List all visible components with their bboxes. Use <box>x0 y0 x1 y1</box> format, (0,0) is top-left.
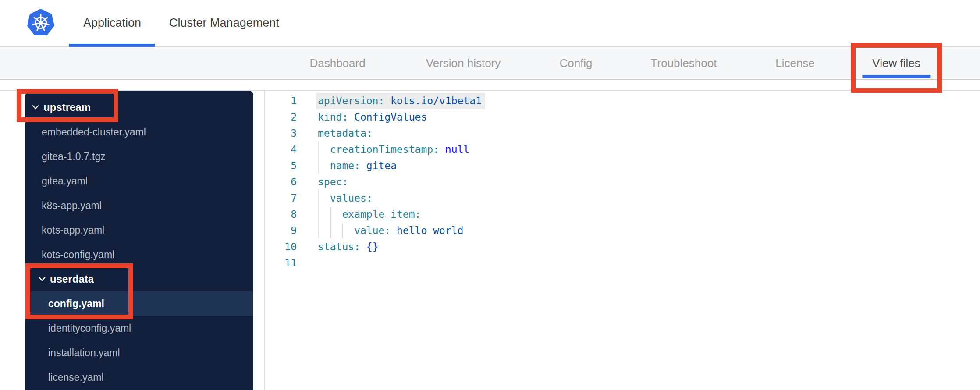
code-token: values: <box>330 192 373 204</box>
tree-item-label: installation.yaml <box>48 347 120 359</box>
tree-item-label: kots-app.yaml <box>42 224 104 236</box>
code-editor[interactable]: 1apiVersion: kots.io/v1beta12kind: Confi… <box>264 91 980 390</box>
tree-item-label: upstream <box>43 101 91 113</box>
line-number: 5 <box>265 158 297 174</box>
code-token: hello world <box>391 225 463 236</box>
file-tree: upstreamembedded-cluster.yamlgitea-1.0.7… <box>25 91 253 390</box>
chevron-down-icon <box>32 105 39 110</box>
indent-guide <box>318 142 319 158</box>
code-token: ConfigValues <box>348 111 427 123</box>
code-line-content: kind: ConfigValues <box>318 109 427 125</box>
line-number: 8 <box>265 206 297 223</box>
tree-item-kots-config-yaml[interactable]: kots-config.yaml <box>25 242 253 267</box>
code-line-content: spec: <box>318 174 348 190</box>
indent-guide <box>318 158 319 174</box>
code-token <box>318 192 330 204</box>
tree-item-identityconfig-yaml[interactable]: identityconfig.yaml <box>25 316 253 340</box>
tree-item-label: embedded-cluster.yaml <box>42 126 146 138</box>
code-token: metadata: <box>318 128 373 139</box>
indent-guide <box>330 206 331 223</box>
code-line: 3metadata: <box>265 125 980 142</box>
tree-item-label: license.yaml <box>48 372 104 383</box>
code-token: gitea <box>360 160 397 171</box>
code-line: 4 creationTimestamp: null <box>265 142 980 158</box>
tree-item-label: k8s-app.yaml <box>42 200 102 212</box>
code-line-content: status: {} <box>318 239 378 255</box>
line-number: 3 <box>265 125 297 142</box>
line-number: 9 <box>265 223 297 239</box>
tab-dashboard[interactable]: Dashboard <box>309 47 365 79</box>
code-token: value: <box>354 225 391 236</box>
tree-item-label: gitea-1.0.7.tgz <box>42 151 106 163</box>
code-token: example_item: <box>342 209 421 220</box>
tree-item-gitea-1-0-7-tgz[interactable]: gitea-1.0.7.tgz <box>25 144 253 169</box>
tree-item-kots-app-yaml[interactable]: kots-app.yaml <box>25 218 253 242</box>
code-line-content: name: gitea <box>318 158 397 174</box>
code-line: 2kind: ConfigValues <box>265 109 980 125</box>
code-token: apiVersion: <box>318 95 384 106</box>
indent-guide <box>318 190 319 206</box>
code-token: {} <box>360 241 379 252</box>
code-token <box>318 209 342 220</box>
line-number: 10 <box>265 239 297 255</box>
top-nav-tabs: ApplicationCluster Management <box>69 0 293 46</box>
code-token <box>318 225 354 236</box>
line-number: 1 <box>265 93 297 109</box>
tree-item-embedded-cluster-yaml[interactable]: embedded-cluster.yaml <box>25 120 253 144</box>
code-line: 11 <box>265 255 980 271</box>
indent-guide <box>318 206 319 223</box>
code-token <box>318 160 330 171</box>
tree-item-config-yaml[interactable]: config.yaml <box>25 291 253 316</box>
top-tab-cluster-management[interactable]: Cluster Management <box>155 0 293 46</box>
code-line-content: creationTimestamp: null <box>318 142 469 158</box>
code-token: creationTimestamp: <box>330 144 439 155</box>
tree-item-label: config.yaml <box>48 298 104 310</box>
tree-item-label: identityconfig.yaml <box>48 323 131 334</box>
tab-config[interactable]: Config <box>559 47 592 79</box>
code-line: 5 name: gitea <box>265 158 980 174</box>
indent-guide <box>330 223 331 239</box>
tab-view-files[interactable]: View files <box>872 47 920 79</box>
top-nav: ApplicationCluster Management <box>0 0 980 47</box>
line-number: 7 <box>265 190 297 206</box>
code-token: null <box>439 144 469 155</box>
code-line: 9 value: hello world <box>265 223 980 239</box>
top-tab-application[interactable]: Application <box>69 0 155 46</box>
code-token: name: <box>330 160 360 171</box>
kubernetes-logo-icon <box>26 8 55 37</box>
secondary-nav: DashboardVersion historyConfigTroublesho… <box>0 47 980 80</box>
code-token <box>318 144 330 155</box>
code-line-content: value: hello world <box>318 223 463 239</box>
code-line: 10status: {} <box>265 239 980 255</box>
code-line: 7 values: <box>265 190 980 206</box>
line-number: 6 <box>265 174 297 190</box>
tree-item-label: gitea.yaml <box>42 175 88 187</box>
tree-item-upstream[interactable]: upstream <box>25 95 253 120</box>
code-line-content: values: <box>318 190 373 206</box>
tree-item-gitea-yaml[interactable]: gitea.yaml <box>25 169 253 193</box>
tree-item-installation-yaml[interactable]: installation.yaml <box>25 340 253 365</box>
code-line-content: apiVersion: kots.io/v1beta1 <box>316 93 485 109</box>
chevron-down-icon <box>39 277 46 281</box>
code-line-content: example_item: <box>318 206 421 223</box>
line-number: 11 <box>265 255 297 271</box>
code-line: 1apiVersion: kots.io/v1beta1 <box>265 93 980 109</box>
tree-item-license-yaml[interactable]: license.yaml <box>25 365 253 390</box>
code-token: spec: <box>318 176 348 188</box>
tab-license[interactable]: License <box>775 47 815 79</box>
code-line-content: metadata: <box>318 125 373 142</box>
code-line: 8 example_item: <box>265 206 980 223</box>
code-token: kind: <box>318 111 348 123</box>
tree-item-label: kots-config.yaml <box>42 249 114 261</box>
line-number: 2 <box>265 109 297 125</box>
code-token: kots.io/v1beta1 <box>384 95 482 106</box>
tree-item-label: userdata <box>50 273 94 285</box>
tab-troubleshoot[interactable]: Troubleshoot <box>651 47 717 79</box>
tab-version-history[interactable]: Version history <box>426 47 501 79</box>
indent-guide <box>318 223 319 239</box>
line-number: 4 <box>265 142 297 158</box>
tree-item-k8s-app-yaml[interactable]: k8s-app.yaml <box>25 193 253 218</box>
code-token: status: <box>318 241 360 252</box>
indent-guide <box>342 223 343 239</box>
tree-item-userdata[interactable]: userdata <box>25 267 253 291</box>
